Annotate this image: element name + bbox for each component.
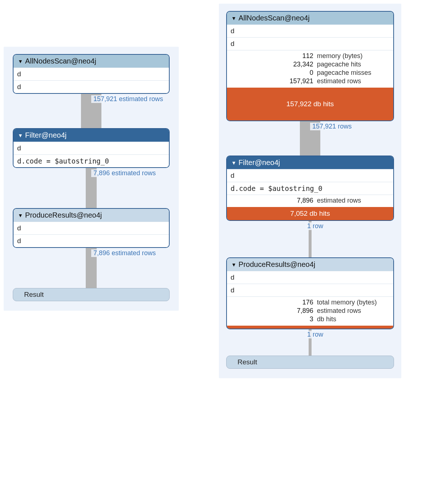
node-identifier: d bbox=[227, 169, 393, 182]
stat-label: estimated rows bbox=[317, 197, 361, 204]
plan-node-produceresults[interactable]: ▼ ProduceResults@neo4j d d bbox=[13, 208, 170, 248]
stat-value: 0 bbox=[231, 69, 313, 77]
node-header[interactable]: ▼ ProduceResults@neo4j bbox=[227, 258, 393, 271]
stat-value: 23,342 bbox=[231, 61, 313, 68]
stat-label: total memory (bytes) bbox=[317, 299, 377, 306]
edge-label: 157,921 rows bbox=[310, 123, 352, 130]
collapse-icon: ▼ bbox=[18, 133, 23, 138]
edge: 157,921 rows bbox=[300, 121, 320, 156]
node-title: Filter@neo4j bbox=[25, 131, 67, 139]
node-header[interactable]: ▼ Filter@neo4j bbox=[13, 129, 169, 142]
node-title: ProduceResults@neo4j bbox=[239, 260, 315, 269]
stat-label: estimated rows bbox=[317, 77, 361, 85]
node-title: AllNodesScan@neo4j bbox=[25, 57, 96, 65]
node-identifier: d bbox=[13, 222, 169, 234]
edge: 1 row bbox=[309, 221, 312, 257]
stat-value: 157,921 bbox=[231, 77, 313, 85]
collapse-icon: ▼ bbox=[18, 59, 23, 64]
db-hits-text: 157,922 db hits bbox=[286, 100, 334, 108]
edge: 7,896 estimated rows bbox=[86, 168, 97, 208]
node-identifier: d bbox=[13, 234, 169, 247]
edge: 1 row bbox=[309, 329, 312, 356]
plan-column: ▼ AllNodesScan@neo4j d d 157,921 estimat… bbox=[10, 54, 172, 301]
stat-value: 112 bbox=[231, 52, 313, 60]
node-expression: d.code = $autostring_0 bbox=[13, 154, 169, 167]
node-identifier: d bbox=[227, 37, 393, 50]
result-node: Result bbox=[13, 288, 170, 301]
node-header[interactable]: ▼ AllNodesScan@neo4j bbox=[13, 55, 169, 68]
db-hits-bar: 157,922 db hits bbox=[227, 88, 393, 120]
stat-value: 7,896 bbox=[231, 197, 313, 204]
db-hits-bar bbox=[227, 326, 393, 329]
edge-label: 7,896 estimated rows bbox=[91, 249, 156, 257]
db-hits-bar: 7,052 db hits bbox=[227, 207, 393, 220]
edge: 157,921 estimated rows bbox=[81, 94, 101, 128]
edge-label: 1 row bbox=[305, 222, 323, 230]
node-stats: 7,896estimated rows bbox=[227, 195, 393, 207]
collapse-icon: ▼ bbox=[231, 262, 236, 267]
plan-node-allnodesscan[interactable]: ▼ AllNodesScan@neo4j d d bbox=[13, 54, 170, 94]
node-expression: d.code = $autostring_0 bbox=[227, 182, 393, 195]
collapse-icon: ▼ bbox=[18, 213, 23, 218]
node-identifier: d bbox=[227, 271, 393, 284]
node-title: AllNodesScan@neo4j bbox=[239, 14, 310, 22]
plan-node-filter[interactable]: ▼ Filter@neo4j d d.code = $autostring_0 bbox=[13, 128, 170, 168]
stat-value: 7,896 bbox=[231, 307, 313, 315]
plan-node-produceresults[interactable]: ▼ ProduceResults@neo4j d d 176total memo… bbox=[226, 257, 394, 329]
plan-node-allnodesscan[interactable]: ▼ AllNodesScan@neo4j d d 112memory (byte… bbox=[226, 11, 394, 121]
left-query-plan-panel: ▼ AllNodesScan@neo4j d d 157,921 estimat… bbox=[4, 47, 179, 311]
stat-label: estimated rows bbox=[317, 307, 361, 315]
node-stats: 176total memory (bytes) 7,896estimated r… bbox=[227, 296, 393, 326]
edge-label: 157,921 estimated rows bbox=[91, 95, 163, 103]
node-identifier: d bbox=[13, 68, 169, 80]
node-title: Filter@neo4j bbox=[239, 158, 280, 167]
node-identifier: d bbox=[13, 142, 169, 154]
collapse-icon: ▼ bbox=[231, 16, 236, 21]
result-node: Result bbox=[226, 356, 394, 369]
stat-label: memory (bytes) bbox=[317, 52, 363, 60]
edge: 7,896 estimated rows bbox=[86, 248, 97, 288]
node-header[interactable]: ▼ Filter@neo4j bbox=[227, 156, 393, 169]
node-identifier: d bbox=[227, 24, 393, 37]
stat-label: pagecache hits bbox=[317, 61, 361, 68]
node-identifier: d bbox=[13, 80, 169, 93]
plan-node-filter[interactable]: ▼ Filter@neo4j d d.code = $autostring_0 … bbox=[226, 156, 394, 221]
node-header[interactable]: ▼ AllNodesScan@neo4j bbox=[227, 12, 393, 24]
node-title: ProduceResults@neo4j bbox=[25, 211, 102, 219]
db-hits-text: 7,052 db hits bbox=[290, 210, 330, 218]
stat-value: 176 bbox=[231, 299, 313, 306]
edge-label: 7,896 estimated rows bbox=[91, 169, 156, 177]
node-stats: 112memory (bytes) 23,342pagecache hits 0… bbox=[227, 50, 393, 88]
edge-label: 1 row bbox=[305, 331, 323, 338]
plan-column: ▼ AllNodesScan@neo4j d d 112memory (byte… bbox=[225, 11, 395, 369]
node-identifier: d bbox=[227, 284, 393, 296]
collapse-icon: ▼ bbox=[231, 160, 236, 165]
stat-label: db hits bbox=[317, 315, 336, 323]
right-query-plan-panel: ▼ AllNodesScan@neo4j d d 112memory (byte… bbox=[219, 4, 401, 378]
stat-value: 3 bbox=[231, 315, 313, 323]
stat-label: pagecache misses bbox=[317, 69, 371, 77]
node-header[interactable]: ▼ ProduceResults@neo4j bbox=[13, 209, 169, 222]
